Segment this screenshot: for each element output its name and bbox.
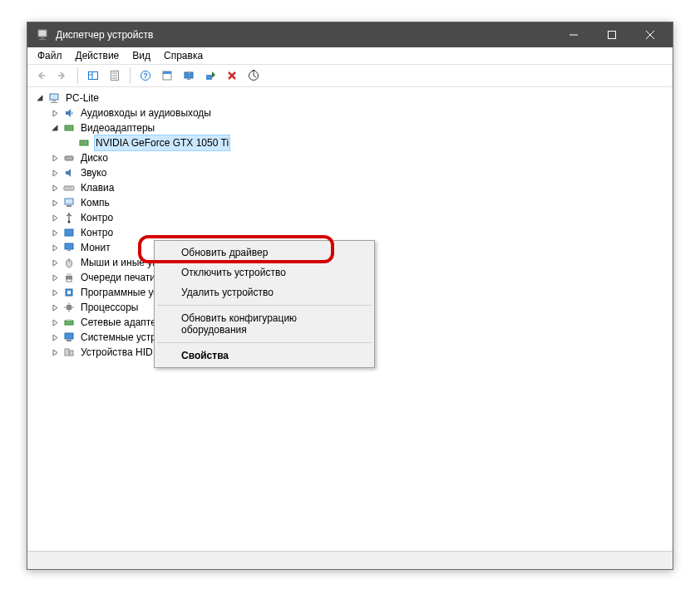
expand-icon[interactable] [49, 122, 61, 134]
minimize-button[interactable] [555, 22, 593, 47]
svg-rect-55 [65, 333, 73, 339]
back-button [31, 66, 51, 86]
menu-action[interactable]: Действие [69, 48, 126, 63]
toolbar-separator [77, 67, 78, 84]
uninstall-device-button[interactable] [222, 66, 242, 86]
tree-category[interactable]: Аудиовходы и аудиовыходы [49, 106, 673, 120]
properties-button[interactable] [105, 66, 125, 86]
tree-label: Компь [79, 195, 111, 210]
expand-icon[interactable] [49, 152, 61, 164]
tree-label: Контро [79, 225, 115, 240]
ctx-update-driver[interactable]: Обновить драйвер [156, 243, 372, 263]
tree-label: PC-Lite [64, 91, 101, 106]
svg-point-37 [68, 221, 71, 223]
enable-device-button[interactable] [200, 66, 220, 86]
expand-icon[interactable] [49, 331, 61, 343]
svg-point-32 [71, 158, 72, 160]
tree-label: Очереди печати [79, 270, 157, 285]
svg-rect-26 [51, 102, 57, 103]
svg-rect-4 [609, 32, 616, 39]
tree-root[interactable]: PC-Lite [34, 91, 673, 106]
menu-view[interactable]: Вид [126, 48, 157, 63]
tree-label: Звуко [79, 165, 108, 180]
svg-rect-53 [65, 321, 73, 325]
menu-help[interactable]: Справка [157, 48, 210, 63]
display-adapter-icon [77, 136, 91, 150]
svg-rect-48 [67, 305, 71, 310]
tree-category[interactable]: Компь [49, 195, 673, 210]
app-icon [36, 28, 49, 42]
svg-text:?: ? [143, 71, 148, 80]
storage-icon [62, 226, 76, 239]
svg-rect-39 [65, 243, 73, 249]
ctx-disable-device[interactable]: Отключить устройство [156, 263, 372, 282]
expand-icon[interactable] [49, 302, 61, 313]
tree-category[interactable]: Диско [49, 150, 673, 165]
maximize-button[interactable] [593, 22, 631, 47]
expand-icon[interactable] [49, 272, 61, 283]
expand-icon[interactable] [49, 242, 61, 253]
statusbar [27, 551, 673, 569]
software-icon [62, 286, 76, 299]
tree-category[interactable]: Контро [49, 225, 673, 240]
titlebar: Диспетчер устройств [27, 22, 673, 47]
svg-rect-45 [67, 279, 71, 282]
svg-rect-57 [65, 349, 69, 356]
expand-icon[interactable] [49, 287, 61, 298]
expand-icon[interactable] [49, 182, 61, 194]
tree-category[interactable]: Клавиа [49, 180, 673, 195]
sound-icon [62, 166, 76, 179]
svg-rect-40 [67, 250, 71, 251]
svg-rect-17 [163, 71, 171, 74]
expand-icon[interactable] [49, 107, 61, 119]
svg-rect-24 [50, 94, 58, 100]
close-button[interactable] [631, 22, 669, 47]
hid-icon [62, 346, 76, 359]
tree-label: Контро [79, 210, 115, 225]
scan-hardware-button[interactable] [244, 66, 264, 86]
cpu-icon [62, 301, 76, 314]
audio-icon [62, 106, 76, 120]
tree-device-gpu[interactable]: NVIDIA GeForce GTX 1050 Ti [64, 135, 673, 150]
expand-icon[interactable] [34, 92, 46, 104]
svg-rect-20 [206, 75, 212, 80]
ctx-properties[interactable]: Свойства [156, 346, 372, 366]
tree-label: Клавиа [79, 180, 116, 195]
expand-icon[interactable] [49, 346, 61, 358]
svg-rect-25 [52, 101, 56, 101]
expand-icon[interactable] [49, 227, 61, 238]
tree-category[interactable]: Звуко [49, 165, 673, 180]
menubar: Файл Действие Вид Справка [27, 47, 673, 64]
expand-icon[interactable] [49, 257, 61, 268]
svg-rect-19 [187, 79, 190, 80]
menu-file[interactable]: Файл [31, 48, 69, 63]
toolbar: ? [27, 64, 673, 87]
expand-icon[interactable] [49, 212, 61, 223]
ctx-scan-hardware[interactable]: Обновить конфигурацию оборудования [156, 308, 372, 340]
svg-rect-30 [81, 142, 84, 144]
ctx-uninstall-device[interactable]: Удалить устройство [156, 282, 372, 302]
help-button[interactable]: ? [136, 66, 155, 86]
ctx-separator [157, 305, 372, 306]
tree-category[interactable]: Контро [49, 210, 673, 225]
tree-category-video[interactable]: Видеоадаптеры [49, 120, 673, 135]
svg-rect-58 [70, 351, 73, 356]
expand-icon[interactable] [49, 197, 61, 209]
display-adapter-icon [62, 121, 76, 135]
expand-icon[interactable] [49, 167, 61, 179]
tree-label: Процессоры [79, 300, 140, 315]
svg-rect-56 [67, 340, 71, 341]
tree-label: Видеоадаптеры [79, 120, 156, 135]
printer-icon [62, 271, 76, 284]
monitor-icon [62, 241, 76, 254]
usb-icon [62, 211, 76, 224]
properties-sheet-button[interactable] [157, 66, 177, 86]
expand-icon[interactable] [49, 317, 61, 328]
forward-button [52, 66, 72, 86]
svg-rect-35 [65, 199, 73, 204]
tree-label: Монит [79, 240, 112, 255]
device-tree-area: PC-Lite Аудиовходы и аудиовыходы Видеоад… [27, 87, 673, 551]
update-driver-button[interactable] [179, 66, 199, 86]
show-hide-button[interactable] [83, 66, 103, 86]
tree-label: Аудиовходы и аудиовыходы [79, 106, 213, 120]
